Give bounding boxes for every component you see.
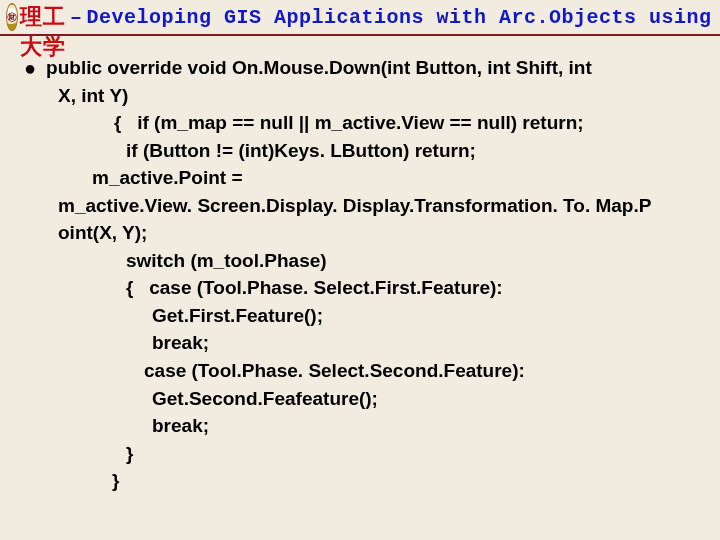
code-line-guard2: if (Button != (int)Keys. LButton) return… (126, 137, 696, 165)
method-signature-line1: public override void On.Mouse.Down(int B… (46, 54, 592, 82)
slide-header: ㊖ 〔西理工大学 – Developing GIS Applications w… (0, 0, 720, 36)
code-line-case1: { case (Tool.Phase. Select.First.Feature… (126, 274, 696, 302)
title-english: Developing GIS Applications with Arc.Obj… (87, 6, 720, 29)
code-bullet-item: ● public override void On.Mouse.Down(int… (24, 54, 696, 82)
university-logo-icon: ㊖ (6, 3, 18, 31)
code-line-case2: case (Tool.Phase. Select.Second.Feature)… (144, 357, 696, 385)
code-line-switch: switch (m_tool.Phase) (126, 247, 696, 275)
slide-body: ● public override void On.Mouse.Down(int… (0, 36, 720, 495)
code-line-break1: break; (152, 329, 696, 357)
code-line-assign2: m_active.View. Screen.Display. Display.T… (58, 192, 696, 247)
title-separator: – (70, 6, 83, 29)
method-signature-line2: X, int Y) (58, 82, 696, 110)
code-line-close-method: } (112, 467, 696, 495)
title-chinese: 〔西理工大学 (20, 0, 66, 62)
code-line-break2: break; (152, 412, 696, 440)
slide: ㊖ 〔西理工大学 – Developing GIS Applications w… (0, 0, 720, 540)
code-line-call1: Get.First.Feature(); (152, 302, 696, 330)
code-line-assign1: m_active.Point = (92, 164, 696, 192)
bullet-icon: ● (24, 55, 36, 81)
code-line-open-guard1: { if (m_map == null || m_active.View == … (114, 109, 696, 137)
code-line-call2: Get.Second.Feafeature(); (152, 385, 696, 413)
code-line-close-switch: } (126, 440, 696, 468)
logo-glyph: ㊖ (7, 10, 17, 24)
